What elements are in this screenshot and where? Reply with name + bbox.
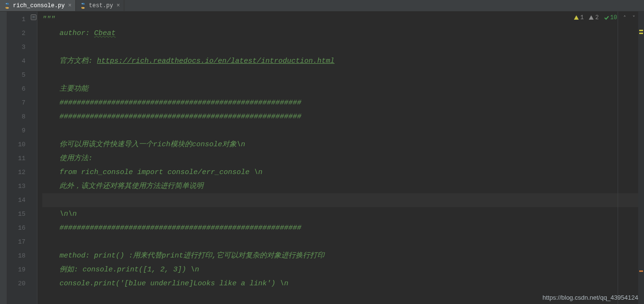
fold-toggle-icon[interactable]: − [31, 14, 36, 20]
marker-stripe[interactable] [639, 33, 643, 34]
line-number: 20 [7, 277, 25, 291]
close-icon[interactable]: × [68, 2, 72, 9]
code-line[interactable] [42, 193, 638, 207]
line-number: 2 [7, 26, 25, 40]
line-number: 4 [7, 54, 25, 68]
fold-bar: − [30, 12, 37, 304]
python-file-icon [4, 2, 11, 9]
code-line[interactable]: ########################################… [42, 221, 638, 235]
svg-point-2 [82, 3, 83, 3]
code-line[interactable] [42, 235, 638, 249]
code-line[interactable]: 官方文档: https://rich.readthedocs.io/en/lat… [42, 54, 638, 68]
line-number: 11 [7, 152, 25, 165]
marker-stripe[interactable] [639, 270, 643, 272]
tab-rich-console[interactable]: rich_console.py × [0, 0, 76, 11]
code-line[interactable] [42, 124, 638, 138]
line-number: 14 [7, 193, 25, 207]
editor-area: 1234567891011121314151617181920 − """ au… [0, 12, 644, 304]
code-line[interactable] [42, 68, 638, 82]
tab-label: rich_console.py [13, 2, 65, 9]
line-number: 15 [7, 207, 25, 221]
line-number: 7 [7, 96, 25, 110]
line-number: 8 [7, 110, 25, 124]
inspections-widget[interactable]: 1 2 10 ˄ ˅ [573, 14, 635, 21]
code-line[interactable]: ########################################… [42, 110, 638, 124]
ok-check-icon: 10 [604, 14, 617, 21]
tab-bar: rich_console.py × test.py × [0, 0, 644, 12]
left-tool-spine [0, 12, 7, 304]
marker-stripe[interactable] [639, 30, 643, 31]
watermark-text: https://blog.csdn.net/qq_43954124 [543, 294, 639, 301]
warning-gray-icon: 2 [588, 14, 598, 21]
code-line[interactable]: ########################################… [42, 96, 638, 110]
code-line[interactable]: from rich_console import console/err_con… [42, 165, 638, 179]
code-line[interactable]: 使用方法: [42, 152, 638, 165]
right-margin-line [618, 12, 618, 304]
code-line[interactable]: \n\n [42, 207, 638, 221]
marker-bar[interactable] [638, 12, 644, 304]
code-line[interactable]: method: print() :用来代替print进行打印,它可以对复杂的对象… [42, 249, 638, 263]
line-number: 10 [7, 138, 25, 152]
code-line[interactable]: author: Cbeat [42, 26, 638, 40]
line-number: 3 [7, 40, 25, 54]
warning-yellow-icon: 1 [573, 14, 584, 21]
weak-warning-count: 2 [595, 14, 598, 21]
line-number: 9 [7, 124, 25, 138]
chevron-down-icon[interactable]: ˅ [632, 15, 635, 21]
tab-test[interactable]: test.py × [76, 0, 124, 11]
code-line[interactable] [42, 40, 638, 54]
code-line[interactable]: 主要功能 [42, 82, 638, 96]
chevron-up-icon[interactable]: ˄ [623, 15, 626, 21]
line-number: 19 [7, 263, 25, 277]
code-editor[interactable]: """ author: Cbeat 官方文档: https://rich.rea… [37, 12, 638, 304]
line-number: 13 [7, 179, 25, 193]
line-number: 1 [7, 12, 25, 26]
warning-count: 1 [580, 14, 584, 21]
svg-point-1 [8, 7, 8, 8]
code-line[interactable]: 例如: console.print([1, 2, 3]) \n [42, 263, 638, 277]
line-number: 17 [7, 235, 25, 249]
close-icon[interactable]: × [117, 2, 120, 9]
svg-point-0 [6, 3, 7, 3]
svg-point-3 [83, 7, 84, 8]
line-number-gutter: 1234567891011121314151617181920 [7, 12, 30, 304]
line-number: 18 [7, 249, 25, 263]
line-number: 6 [7, 82, 25, 96]
code-line[interactable]: 你可以用该文件快速导入一个rich模块的console对象\n [42, 138, 638, 152]
line-number: 16 [7, 221, 25, 235]
python-file-icon [80, 2, 86, 9]
code-line[interactable]: console.print('[blue underline]Looks lik… [42, 277, 638, 291]
tab-label: test.py [89, 2, 113, 9]
code-line[interactable]: """ [42, 12, 638, 26]
line-number: 5 [7, 68, 25, 82]
line-number: 12 [7, 165, 25, 179]
ok-count: 10 [610, 14, 617, 21]
code-line[interactable]: 此外，该文件还对将其使用方法进行简单说明 [42, 179, 638, 193]
